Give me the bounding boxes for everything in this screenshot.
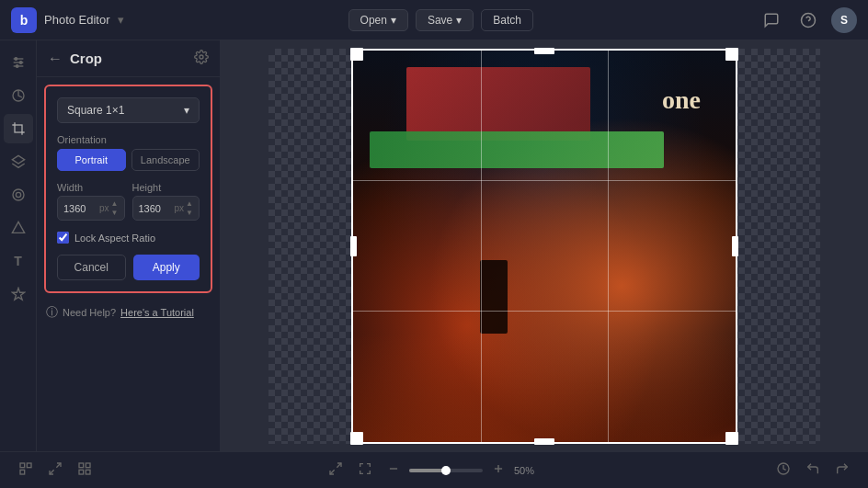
- zoom-in-icon[interactable]: [488, 459, 508, 482]
- svg-point-12: [16, 192, 20, 197]
- apply-button[interactable]: Apply: [133, 255, 200, 280]
- tool-text[interactable]: T: [4, 246, 33, 276]
- app-name-chevron[interactable]: ▾: [118, 13, 124, 27]
- tool-mask[interactable]: [4, 180, 33, 210]
- width-input-wrap: px ▲ ▼: [57, 196, 125, 221]
- topbar: b Photo Editor ▾ Open ▾ Save ▾ Batch S: [0, 0, 868, 40]
- height-unit: px: [175, 203, 185, 213]
- cancel-button[interactable]: Cancel: [57, 255, 126, 280]
- tool-adjust[interactable]: [4, 48, 33, 77]
- height-label: Height: [132, 182, 200, 193]
- grid-line-h1: [353, 180, 736, 181]
- handle-bottom-left[interactable]: [350, 432, 363, 445]
- grid-line-h2: [353, 311, 736, 312]
- handle-top-middle[interactable]: [534, 48, 554, 54]
- app-logo: b: [11, 7, 37, 33]
- open-button[interactable]: Open ▾: [348, 9, 408, 31]
- export-icon[interactable]: [15, 458, 37, 482]
- aspect-ratio-chevron: ▾: [184, 104, 189, 117]
- tool-shapes[interactable]: [4, 213, 33, 243]
- height-input[interactable]: [139, 203, 175, 214]
- svg-rect-21: [86, 463, 90, 468]
- handle-middle-right[interactable]: [732, 236, 738, 256]
- zoom-slider[interactable]: [409, 469, 483, 472]
- zoom-slider-thumb: [441, 466, 451, 475]
- lock-checkbox[interactable]: [57, 232, 69, 244]
- panel-settings-icon[interactable]: [194, 50, 209, 67]
- width-up[interactable]: ▲: [111, 199, 119, 209]
- svg-line-24: [337, 463, 341, 468]
- crop-panel: ← Crop Square 1×1 ▾ Orientation Portrait: [37, 40, 221, 451]
- portrait-button[interactable]: Portrait: [57, 149, 126, 171]
- width-label: Width: [57, 182, 125, 193]
- action-buttons: Cancel Apply: [57, 255, 200, 280]
- landscape-button[interactable]: Landscape: [131, 149, 200, 171]
- topbar-center: Open ▾ Save ▾ Batch: [348, 9, 533, 31]
- orientation-label: Orientation: [57, 134, 200, 145]
- svg-rect-17: [20, 470, 25, 474]
- fit-screen-icon[interactable]: [325, 458, 347, 482]
- svg-rect-20: [79, 463, 84, 468]
- tool-effects[interactable]: [4, 279, 33, 309]
- back-button[interactable]: ←: [48, 51, 63, 67]
- svg-line-19: [50, 470, 54, 474]
- lock-ratio-row: Lock Aspect Ratio: [57, 232, 200, 244]
- width-input[interactable]: [63, 203, 99, 214]
- svg-marker-13: [12, 221, 24, 233]
- history-icon[interactable]: [772, 458, 794, 482]
- fit-width-icon[interactable]: [354, 458, 376, 482]
- panel-header-left: ← Crop: [48, 51, 102, 67]
- redo-icon[interactable]: [831, 458, 853, 482]
- bottom-right: [772, 458, 853, 482]
- height-up[interactable]: ▲: [186, 199, 193, 209]
- canvas-area[interactable]: one: [221, 40, 868, 451]
- tutorial-link[interactable]: Here's a Tutorial: [120, 307, 194, 318]
- crop-overlay[interactable]: [351, 49, 737, 444]
- crop-panel-content: Square 1×1 ▾ Orientation Portrait Landsc…: [44, 85, 212, 293]
- svg-line-25: [330, 470, 335, 474]
- tool-filters[interactable]: [4, 81, 33, 110]
- width-unit: px: [99, 203, 109, 213]
- svg-point-14: [200, 55, 203, 59]
- save-label: Save: [428, 14, 452, 27]
- tool-layers[interactable]: [4, 147, 33, 176]
- height-spinners: ▲ ▼: [186, 199, 193, 217]
- zoom-out-icon[interactable]: [383, 459, 404, 482]
- crop-grid: [353, 51, 736, 442]
- chat-icon-button[interactable]: [758, 6, 785, 34]
- handle-bottom-right[interactable]: [725, 432, 738, 445]
- orientation-section: Orientation Portrait Landscape: [57, 134, 200, 171]
- resize-icon[interactable]: [44, 458, 66, 482]
- user-avatar[interactable]: S: [831, 7, 857, 33]
- main-layout: T ← Crop Square 1×1 ▾: [0, 40, 868, 451]
- undo-icon[interactable]: [802, 458, 824, 482]
- help-icon-button[interactable]: [794, 6, 822, 34]
- handle-top-left[interactable]: [350, 48, 363, 61]
- svg-rect-16: [27, 463, 31, 468]
- tool-crop[interactable]: [4, 114, 33, 143]
- save-chevron: ▾: [456, 14, 462, 27]
- height-field: Height px ▲ ▼: [132, 182, 200, 221]
- photo-container: one: [268, 49, 820, 444]
- height-down[interactable]: ▼: [186, 209, 193, 218]
- svg-point-11: [13, 189, 24, 200]
- grid-line-v1: [481, 51, 482, 442]
- zoom-slider-fill: [409, 469, 446, 472]
- width-down[interactable]: ▼: [111, 209, 119, 218]
- svg-marker-10: [12, 155, 24, 164]
- panel-title: Crop: [70, 51, 102, 66]
- grid-icon[interactable]: [74, 458, 96, 482]
- handle-top-right[interactable]: [725, 48, 738, 61]
- aspect-ratio-dropdown[interactable]: Square 1×1 ▾: [57, 97, 200, 123]
- svg-point-6: [19, 62, 22, 64]
- batch-button[interactable]: Batch: [481, 9, 533, 31]
- aspect-ratio-label: Square 1×1: [67, 104, 124, 117]
- panel-header: ← Crop: [37, 40, 220, 77]
- svg-line-18: [56, 463, 61, 468]
- dimensions-row: Width px ▲ ▼ Height px: [57, 182, 200, 221]
- width-spinners: ▲ ▼: [111, 199, 119, 217]
- save-button[interactable]: Save ▾: [416, 9, 474, 31]
- handle-bottom-middle[interactable]: [534, 438, 554, 445]
- handle-middle-left[interactable]: [350, 236, 357, 256]
- svg-rect-23: [86, 470, 90, 474]
